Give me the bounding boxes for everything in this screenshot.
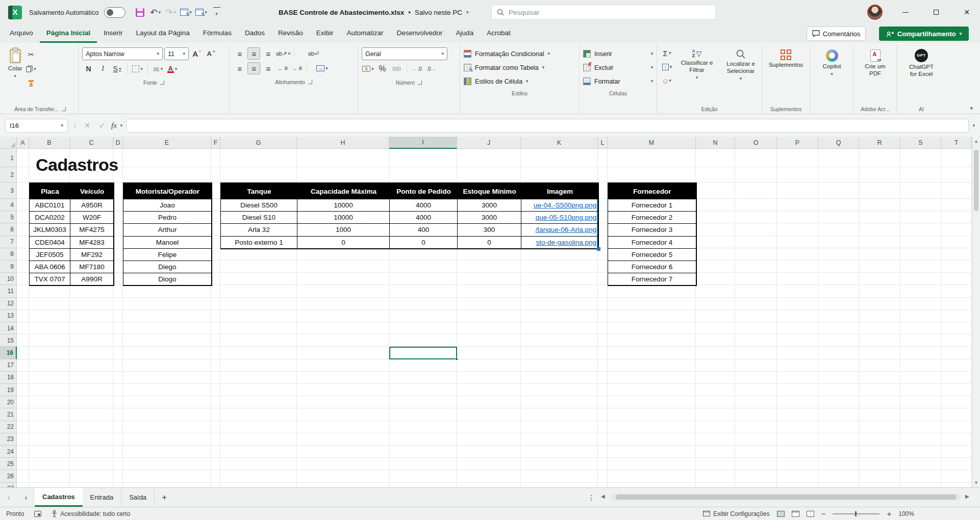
copilot-button[interactable]: Copilot ▾ [820, 45, 844, 79]
cut-button[interactable]: ✂ [24, 48, 37, 61]
name-box[interactable]: I16▾ [5, 119, 68, 133]
scroll-right-icon[interactable]: ▶ [965, 493, 969, 499]
format-cells-button[interactable]: Formatar▾ [583, 74, 653, 88]
percent-style-button[interactable]: % [376, 63, 389, 75]
table-cell[interactable]: ABA 0606 [30, 261, 70, 273]
table-cell[interactable]: 3000 [458, 212, 521, 224]
table-cell[interactable]: Fornecedor 1 [608, 199, 696, 212]
row-header-15[interactable]: 15 [0, 334, 17, 347]
addins-button[interactable]: Suplementos [766, 45, 806, 71]
close-button[interactable]: ✕ [955, 0, 978, 24]
table-cell[interactable]: ABC0101 [30, 199, 70, 212]
zoom-slider-thumb[interactable] [855, 511, 857, 516]
next-sheet-icon[interactable]: › [17, 488, 35, 507]
column-header-J[interactable]: J [457, 137, 521, 149]
align-right-button[interactable]: ≡ [262, 62, 274, 74]
table-header-cell[interactable]: Capacidade Máxima [297, 183, 390, 199]
table-cell[interactable]: Felipe [123, 249, 212, 261]
fill-color-button[interactable]: ▾ [152, 63, 164, 75]
horizontal-scroll-thumb[interactable] [616, 495, 957, 500]
column-header-N[interactable]: N [696, 137, 735, 149]
table-header-cell[interactable]: Estoque Mínimo [458, 183, 521, 199]
dialog-launcher-icon[interactable] [308, 80, 312, 84]
row-header-25[interactable]: 25 [0, 458, 17, 470]
row-header-18[interactable]: 18 [0, 372, 17, 384]
spreadsheet-grid[interactable]: ▲ ▼ ABCDEFGHIJKLMNOPQRST1234567891011121… [0, 137, 980, 487]
table-cell[interactable]: 0 [458, 237, 521, 249]
column-header-C[interactable]: C [70, 137, 113, 149]
zoom-in-button[interactable]: + [887, 509, 891, 518]
decrease-font-button[interactable]: A▾ [205, 48, 217, 60]
dialog-launcher-icon[interactable] [418, 81, 422, 85]
scroll-up-icon[interactable]: ▲ [972, 139, 980, 144]
table-header-cell[interactable]: Imagem [521, 183, 598, 199]
row-header-24[interactable]: 24 [0, 446, 17, 458]
cancel-formula-button[interactable]: ✕ [82, 121, 93, 129]
column-header-F[interactable]: F [211, 137, 220, 149]
table-cell[interactable]: 0 [297, 237, 390, 249]
table-cell[interactable]: Posto externo 1 [221, 237, 297, 249]
table-cell[interactable]: A950R [70, 199, 114, 212]
column-header-O[interactable]: O [735, 137, 777, 149]
table-cell[interactable]: MF7180 [70, 261, 114, 273]
comma-style-button[interactable]: 000 [390, 63, 403, 75]
page-layout-view-icon[interactable] [792, 511, 799, 517]
ribbon-tab-revis-o[interactable]: Revisão [271, 24, 310, 43]
format-as-table-button[interactable]: Formatar como Tabela▾ [464, 61, 575, 74]
undo-button[interactable]: ↶▾ [148, 4, 163, 20]
ribbon-tab-layout-da-p-gina[interactable]: Layout da Página [130, 24, 196, 43]
row-header-5[interactable]: 5 [0, 211, 17, 223]
ribbon-tab-arquivo[interactable]: Arquivo [3, 24, 40, 43]
table-header-cell[interactable]: Motorista/Operador [123, 183, 212, 199]
orientation-button[interactable]: ab↗▾ [276, 47, 290, 60]
find-select-button[interactable]: Localizar e Selecionar ▾ [720, 47, 761, 83]
align-middle-button[interactable]: ≡ [247, 47, 260, 60]
row-header-21[interactable]: 21 [0, 408, 17, 421]
table-cell[interactable]: 3000 [458, 199, 521, 212]
table-cell[interactable]: Fornecedor 5 [608, 249, 696, 261]
italic-button[interactable]: I [96, 63, 109, 75]
quick-access-table-button-2[interactable]: ▾ [194, 4, 209, 20]
fill-button[interactable]: ↓▾ [661, 61, 673, 73]
table-cell[interactable]: Arthur [123, 224, 212, 236]
sort-filter-button[interactable]: AZ▽ Classificar e Filtrar ▾ [676, 47, 717, 82]
display-settings-button[interactable]: Exibir Configurações [703, 510, 770, 517]
row-header-7[interactable]: 7 [0, 236, 17, 248]
ribbon-tab-dados[interactable]: Dados [238, 24, 271, 43]
scroll-left-icon[interactable]: ◀ [601, 493, 605, 499]
align-top-button[interactable]: ≡ [233, 47, 246, 60]
row-header-19[interactable]: 19 [0, 384, 17, 396]
ribbon-tab-acrobat[interactable]: Acrobat [480, 24, 517, 43]
accessibility-status[interactable]: Acessibilidade: tudo certo [52, 510, 130, 517]
sheet-tab-entrada[interactable]: Entrada [83, 488, 122, 507]
row-header-2[interactable]: 2 [0, 167, 17, 183]
row-header-9[interactable]: 9 [0, 261, 17, 273]
normal-view-icon[interactable] [777, 511, 785, 517]
create-pdf-button[interactable]: Crie um PDF [859, 45, 892, 80]
table-cell[interactable]: MF292 [70, 249, 114, 261]
table-cell[interactable]: Pedro [123, 212, 212, 224]
column-header-K[interactable]: K [521, 137, 598, 149]
zoom-slider[interactable] [833, 513, 880, 514]
sheet-tab-saída[interactable]: Saída [121, 488, 155, 507]
ribbon-tab-p-gina-inicial[interactable]: Página Inicial [40, 24, 97, 43]
macro-record-icon[interactable] [34, 511, 41, 517]
table-cell[interactable]: Fornecedor 3 [608, 224, 696, 236]
table-cell[interactable]: Fornecedor 7 [608, 273, 696, 285]
table-cell[interactable]: MF4283 [70, 237, 114, 249]
paste-button[interactable]: Colar ▾ [6, 45, 24, 81]
ribbon-tab-automatizar[interactable]: Automatizar [340, 24, 390, 43]
column-header-R[interactable]: R [859, 137, 900, 149]
table-cell[interactable]: 10000 [297, 199, 390, 212]
more-sheets-icon[interactable]: ⋮ [588, 488, 595, 507]
row-header-26[interactable]: 26 [0, 470, 17, 482]
scroll-down-icon[interactable]: ▼ [972, 480, 980, 485]
vertical-scrollbar[interactable]: ▲ ▼ [972, 137, 980, 487]
align-left-button[interactable]: ≡ [233, 62, 246, 74]
table-cell[interactable]: Manoel [123, 237, 212, 249]
image-link-cell[interactable]: que-05-S10png.png [521, 212, 598, 224]
increase-indent-button[interactable]: →≡ [290, 62, 303, 74]
autosum-button[interactable]: Σ▾ [661, 47, 673, 59]
collapse-ribbon-icon[interactable]: ▾ [970, 105, 973, 112]
table-cell[interactable]: Fornecedor 6 [608, 261, 696, 273]
